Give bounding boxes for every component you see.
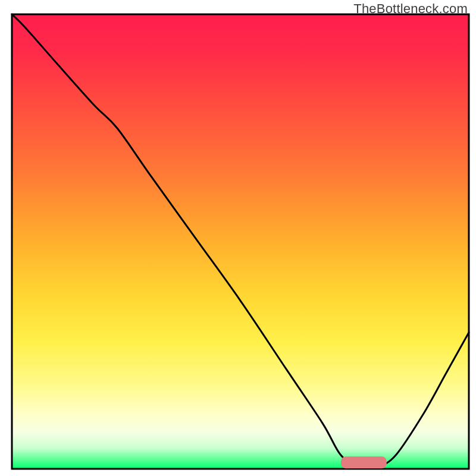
optimal-range-marker bbox=[341, 456, 387, 468]
watermark-text: TheBottleneck.com bbox=[353, 1, 468, 17]
chart-svg bbox=[0, 0, 476, 476]
plot-background bbox=[12, 14, 469, 469]
chart-container: { "watermark": "TheBottleneck.com", "cha… bbox=[0, 0, 476, 476]
